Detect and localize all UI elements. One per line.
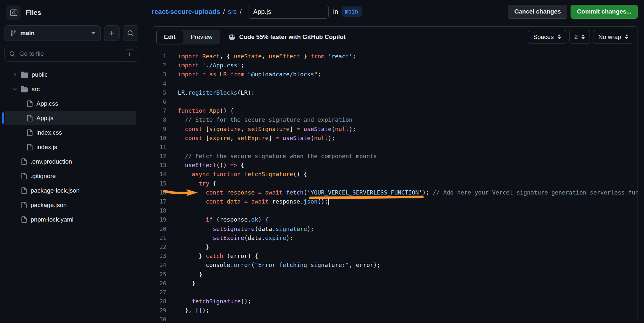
breadcrumb-dir-link[interactable]: src [228,8,237,15]
code-line-18[interactable]: 18 [152,206,638,215]
folder-icon [21,86,28,93]
commit-changes-button[interactable]: Commit changes... [571,5,638,19]
tree-item-package-lock.json[interactable]: package-lock.json [5,183,136,198]
code-line-14[interactable]: 14 async function fetchSignature() { [152,170,638,179]
code-line-7[interactable]: 7function App() { [152,106,638,115]
code-line-20[interactable]: 20 setSignature(data.signature); [152,224,638,233]
line-number: 29 [152,306,166,315]
line-number: 8 [152,115,166,124]
code-line-content: if (response.ok) { [178,215,269,224]
code-line-24[interactable]: 24 console.error("Error fetching signatu… [152,261,638,270]
code-line-27[interactable]: 27 [152,288,638,297]
new-file-button[interactable] [104,25,120,41]
code-line-6[interactable]: 6 [152,97,638,106]
indent-mode-select[interactable]: Spaces [528,30,566,44]
code-line-22[interactable]: 22 } [152,242,638,252]
tree-item-label: src [32,86,40,93]
code-line-content: import React, { useState, useEffect } fr… [178,52,356,61]
tree-item-label: package-lock.json [31,187,80,194]
github-web-editor: Files main [0,0,644,323]
chevron-down-icon[interactable] [12,87,17,91]
select-arrows-icon [582,34,585,39]
line-number: 26 [152,279,166,288]
code-line-9[interactable]: 9 const [signature, setSignature] = useS… [152,125,638,134]
code-line-3[interactable]: 3import * as LR from "@uploadcare/blocks… [152,70,638,79]
tree-item-.env.production[interactable]: .env.production [5,154,136,169]
sidebar-collapse-icon [10,9,18,17]
annotated-string-token: 'YOUR_VERCEL_SERVERLESS_FUNCTION' [307,189,422,196]
plus-icon [109,30,115,36]
filename-input[interactable] [248,5,329,19]
code-line-content: LR.registerBlocks(LR); [178,88,255,97]
line-number: 11 [152,143,166,152]
code-line-28[interactable]: 28 fetchSignature(); [152,297,638,306]
code-line-30[interactable]: 30 [152,315,638,323]
breadcrumb-separator: / [240,8,242,15]
code-line-content: const [expire, setExpire] = useState(nul… [178,134,335,143]
tree-item-App.css[interactable]: App.css [5,96,136,111]
breadcrumb-repo-link[interactable]: react-secure-uploads [152,8,220,15]
code-line-11[interactable]: 11 [152,143,638,152]
cancel-changes-button[interactable]: Cancel changes [508,5,567,19]
code-line-13[interactable]: 13 useEffect(() => { [152,161,638,170]
line-number: 14 [152,170,166,179]
branch-name: main [20,30,34,37]
code-line-content: const data = await response.json(); [178,197,329,206]
tree-item-src[interactable]: src [5,82,136,96]
code-line-19[interactable]: 19 if (response.ok) { [152,215,638,224]
code-line-17[interactable]: 17 const data = await response.json(); [152,197,638,206]
code-line-15[interactable]: 15 try { [152,179,638,188]
line-number: 30 [152,315,166,323]
line-number: 6 [152,97,166,106]
tab-preview[interactable]: Preview [183,30,220,44]
line-number: 21 [152,233,166,242]
code-line-content: setSignature(data.signature); [178,224,314,233]
tab-edit[interactable]: Edit [156,30,183,44]
copilot-icon [228,33,236,41]
line-number: 4 [152,79,166,88]
code-line-23[interactable]: 23 } catch (error) { [152,252,638,261]
go-to-file-field[interactable]: t [5,46,138,62]
code-line-16[interactable]: 16 const response = await fetch('YOUR_VE… [152,188,638,197]
search-button[interactable] [123,25,138,41]
code-line-content: } [178,242,209,252]
code-line-29[interactable]: 29 }, []); [152,306,638,315]
code-line-8[interactable]: 8 // State for the secure signature and … [152,115,638,124]
code-line-1[interactable]: 1import React, { useState, useEffect } f… [152,52,638,61]
tree-item-index.js[interactable]: index.js [5,140,136,154]
copilot-promo-text: Code 55% faster with GitHub Copilot [239,33,345,41]
tree-item-index.css[interactable]: index.css [5,125,136,140]
code-line-12[interactable]: 12 // Fetch the secure signature when th… [152,152,638,161]
wrap-mode-select[interactable]: No wrap [593,30,633,44]
code-line-2[interactable]: 2import './App.css'; [152,61,638,70]
collapse-sidebar-button[interactable] [6,5,21,20]
file-icon [21,173,27,179]
code-line-25[interactable]: 25 } [152,270,638,279]
code-line-21[interactable]: 21 setExpire(data.expire); [152,233,638,242]
go-to-file-input[interactable] [19,50,121,57]
code-line-10[interactable]: 10 const [expire, setExpire] = useState(… [152,134,638,143]
tree-item-label: pnpm-lock.yaml [31,216,73,223]
code-line-content: } [178,279,195,288]
tree-item-public[interactable]: public [5,67,136,82]
code-line-content: try { [178,179,216,188]
copilot-promo[interactable]: Code 55% faster with GitHub Copilot [228,33,345,41]
line-number: 2 [152,61,166,70]
tree-item-package.json[interactable]: package.json [5,198,136,212]
sidebar-controls: main [5,25,138,41]
tree-item-pnpm-lock.yaml[interactable]: pnpm-lock.yaml [5,212,136,227]
code-editor[interactable]: 1import React, { useState, useEffect } f… [152,47,638,323]
chevron-right-icon[interactable] [12,72,17,77]
file-icon [21,187,27,194]
indent-size-select[interactable]: 2 [569,30,590,44]
tree-item-label: index.css [36,129,62,136]
code-line-content: useEffect(() => { [178,161,244,170]
tree-item-.gitignore[interactable]: .gitignore [5,169,136,183]
branch-badge[interactable]: main [341,6,362,17]
branch-selector[interactable]: main [5,25,101,41]
tree-item-label: public [32,71,48,78]
code-line-26[interactable]: 26 } [152,279,638,288]
tree-item-App.js[interactable]: App.js [5,111,136,125]
code-line-5[interactable]: 5LR.registerBlocks(LR); [152,88,638,97]
code-line-4[interactable]: 4 [152,79,638,88]
